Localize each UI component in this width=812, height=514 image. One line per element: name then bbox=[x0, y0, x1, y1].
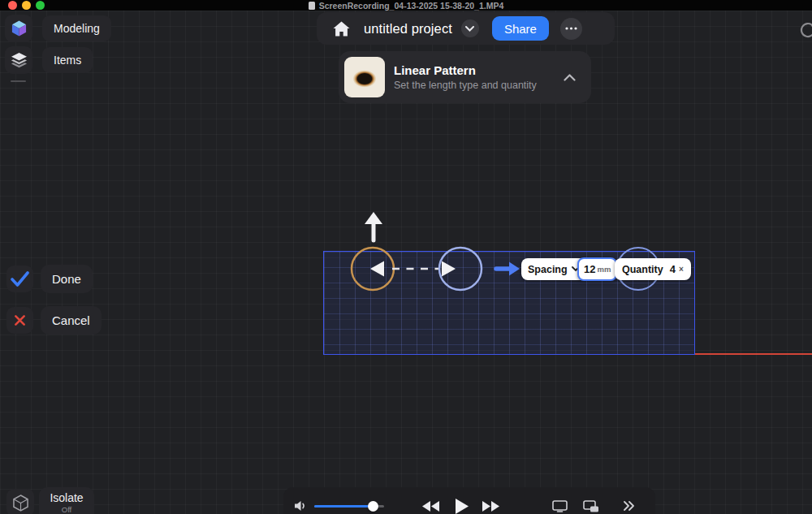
quicktime-window: ScreenRecording_04-13-2025 15-38-20_1.MP… bbox=[0, 0, 812, 514]
playback-bar bbox=[283, 487, 655, 514]
minimize-button[interactable] bbox=[22, 1, 31, 10]
picture-in-picture-icon bbox=[583, 500, 599, 512]
modeling-menu-button[interactable] bbox=[5, 15, 32, 42]
collapse-panel-button[interactable] bbox=[564, 74, 576, 81]
project-menu-button[interactable] bbox=[461, 19, 479, 37]
window-title: ScreenRecording_04-13-2025 15-38-20_1.MP… bbox=[319, 1, 504, 11]
cancel-label: Cancel bbox=[52, 313, 90, 327]
airplay-button[interactable] bbox=[552, 500, 568, 512]
volume-slider[interactable] bbox=[314, 501, 384, 512]
redo-button[interactable] bbox=[797, 20, 812, 40]
spacing-label: Spacing bbox=[528, 264, 568, 275]
share-button[interactable]: Share bbox=[492, 16, 549, 41]
isolate-button[interactable]: Isolate Off bbox=[39, 487, 94, 514]
more-options-button[interactable] bbox=[560, 18, 582, 40]
isolate-icon-button[interactable] bbox=[6, 489, 34, 514]
spacing-unit: mm bbox=[597, 265, 611, 274]
pattern-thumbnail bbox=[344, 57, 385, 97]
linear-pattern-panel: Linear Pattern Set the length type and q… bbox=[339, 51, 591, 103]
play-button[interactable] bbox=[456, 499, 469, 514]
quantity-value: 4 bbox=[670, 263, 676, 275]
redo-icon bbox=[797, 20, 812, 40]
cancel-x-button[interactable] bbox=[6, 307, 33, 334]
pattern-panel-subtitle: Set the length type and quantity bbox=[394, 80, 537, 91]
done-label: Done bbox=[52, 272, 81, 286]
app-header-bar: untitled project Share bbox=[317, 12, 615, 45]
items-label: Items bbox=[54, 54, 81, 67]
layers-icon bbox=[11, 52, 28, 68]
isolate-cube-icon bbox=[13, 495, 28, 512]
play-icon bbox=[456, 499, 469, 514]
document-icon bbox=[309, 2, 315, 10]
chevron-down-icon bbox=[465, 26, 474, 32]
display-icon bbox=[552, 500, 568, 512]
chevrons-right-icon bbox=[623, 501, 635, 511]
more-controls-button[interactable] bbox=[623, 501, 635, 511]
done-button[interactable]: Done bbox=[41, 265, 93, 293]
x-icon bbox=[14, 314, 26, 326]
axis-line bbox=[695, 353, 812, 355]
quantity-unit: × bbox=[679, 265, 684, 274]
quantity-field[interactable]: Quantity 4 × bbox=[615, 258, 691, 280]
fast-forward-icon bbox=[482, 501, 500, 512]
zoom-button[interactable] bbox=[36, 1, 45, 10]
items-menu-button[interactable] bbox=[5, 46, 32, 74]
modeling-label: Modeling bbox=[54, 22, 100, 35]
rewind-button[interactable] bbox=[422, 501, 440, 512]
fast-forward-button[interactable] bbox=[482, 501, 500, 512]
window-titlebar: ScreenRecording_04-13-2025 15-38-20_1.MP… bbox=[0, 0, 812, 11]
toolbar-divider bbox=[11, 80, 26, 82]
quantity-label: Quantity bbox=[622, 264, 663, 275]
modeling-label-button[interactable]: Modeling bbox=[42, 15, 111, 41]
spacing-dropdown[interactable]: Spacing bbox=[521, 258, 586, 280]
close-button[interactable] bbox=[8, 1, 17, 10]
isolate-label: Isolate bbox=[50, 491, 83, 504]
volume-button[interactable] bbox=[294, 500, 308, 512]
volume-slider-knob[interactable] bbox=[368, 501, 378, 512]
project-title[interactable]: untitled project bbox=[364, 21, 452, 37]
done-check-button[interactable] bbox=[6, 266, 33, 292]
window-title-group: ScreenRecording_04-13-2025 15-38-20_1.MP… bbox=[309, 1, 504, 11]
rewind-icon bbox=[422, 501, 440, 512]
pip-button[interactable] bbox=[583, 500, 599, 512]
pattern-panel-text: Linear Pattern Set the length type and q… bbox=[394, 63, 537, 91]
cube-icon bbox=[11, 19, 28, 37]
share-label: Share bbox=[504, 22, 537, 36]
cancel-button[interactable]: Cancel bbox=[41, 306, 102, 335]
isolate-state: Off bbox=[62, 505, 72, 514]
spacing-value-field[interactable]: 12 mm bbox=[577, 257, 617, 281]
chevron-up-icon bbox=[564, 74, 576, 81]
spacing-value: 12 bbox=[584, 263, 595, 275]
volume-slider-fill bbox=[314, 505, 374, 508]
traffic-lights bbox=[8, 1, 45, 10]
home-button[interactable] bbox=[330, 17, 352, 40]
home-icon bbox=[332, 20, 351, 37]
ellipsis-icon bbox=[565, 27, 577, 30]
pattern-panel-title: Linear Pattern bbox=[394, 63, 537, 77]
items-label-button[interactable]: Items bbox=[42, 47, 93, 73]
checkmark-icon bbox=[11, 271, 29, 287]
volume-icon bbox=[294, 500, 308, 512]
